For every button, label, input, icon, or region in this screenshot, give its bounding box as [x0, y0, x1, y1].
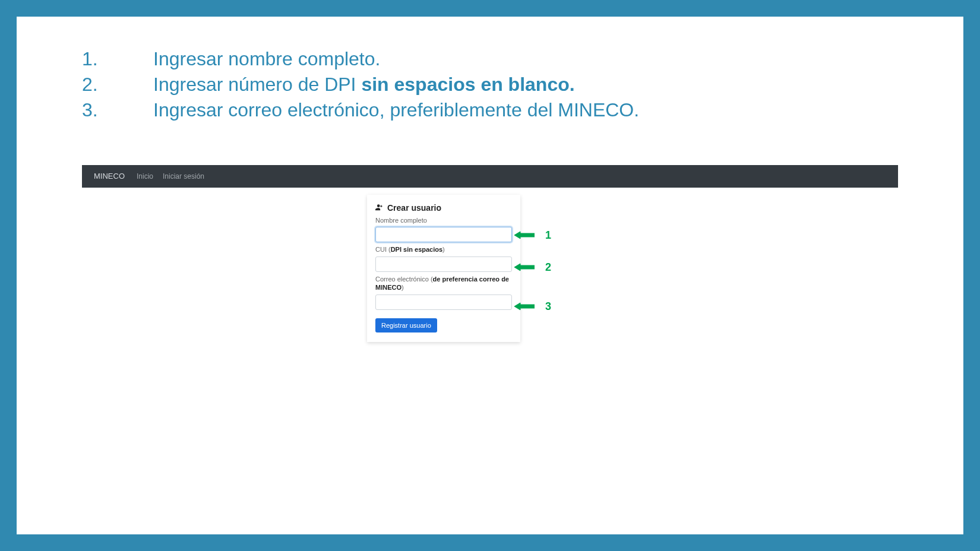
instruction-item: 3. Ingresar correo electrónico, preferib…	[82, 97, 898, 123]
input-cui[interactable]	[375, 256, 512, 272]
card-title: Crear usuario	[375, 203, 512, 213]
instruction-text: Ingresar nombre completo.	[153, 46, 898, 72]
instruction-text: Ingresar correo electrónico, preferiblem…	[153, 97, 898, 123]
instruction-number: 1.	[82, 46, 153, 72]
submit-button[interactable]: Registrar usuario	[375, 318, 437, 332]
user-plus-icon	[375, 203, 384, 213]
brand: MINECO	[94, 172, 125, 180]
label-name: Nombre completo	[375, 217, 512, 225]
input-email[interactable]	[375, 294, 512, 310]
label-cui: CUI (DPI sin espacios)	[375, 246, 512, 254]
svg-marker-2	[514, 303, 535, 310]
svg-marker-1	[514, 264, 535, 271]
nav-link-iniciar-sesion[interactable]: Iniciar sesión	[163, 172, 204, 180]
instruction-number: 2.	[82, 72, 153, 97]
arrow-2: 2	[514, 261, 551, 274]
arrow-1: 1	[514, 229, 551, 242]
create-user-card: Crear usuario Nombre completo CUI (DPI s…	[367, 195, 520, 342]
arrow-3: 3	[514, 300, 551, 313]
svg-marker-0	[514, 232, 535, 239]
instruction-text: Ingresar número de DPI sin espacios en b…	[153, 72, 898, 97]
nav-link-inicio[interactable]: Inicio	[137, 172, 153, 180]
label-email: Correo electrónico (de preferencia corre…	[375, 276, 512, 292]
instruction-number: 3.	[82, 97, 153, 123]
input-name[interactable]	[375, 227, 512, 242]
instruction-item: 2. Ingresar número de DPI sin espacios e…	[82, 72, 898, 97]
app-screenshot: MINECO Inicio Iniciar sesión Crear usuar…	[82, 165, 898, 188]
navbar: MINECO Inicio Iniciar sesión	[82, 165, 898, 188]
instruction-item: 1. Ingresar nombre completo.	[82, 46, 898, 72]
instruction-list: 1. Ingresar nombre completo. 2. Ingresar…	[82, 46, 898, 124]
